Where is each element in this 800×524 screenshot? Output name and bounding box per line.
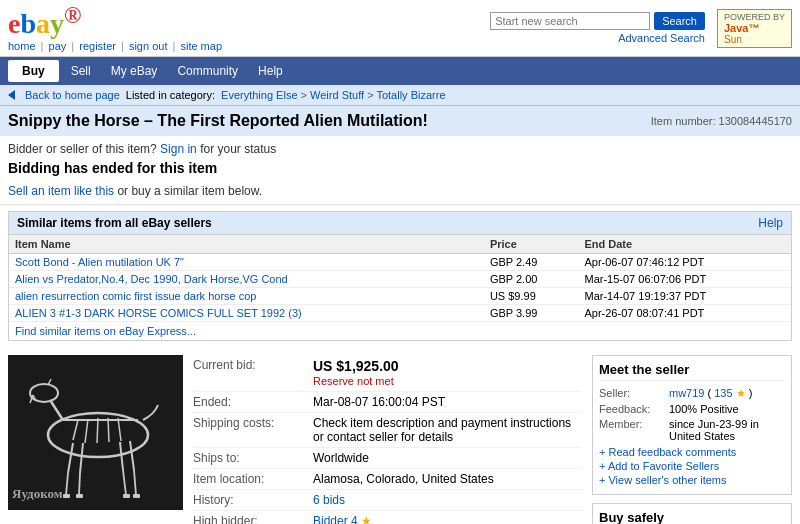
seller-feedback-links: Read feedback comments Add to Favorite S… — [599, 446, 785, 486]
nav-buy-button[interactable]: Buy — [8, 60, 59, 82]
similar-item-end-date: Apr-26-07 08:07:41 PDT — [578, 305, 791, 322]
similar-table-body: Scott Bond - Alien mutilation UK 7" GBP … — [9, 254, 791, 322]
location-row: Item location: Alamosa, Colorado, United… — [193, 469, 582, 490]
reserve-not-met-link[interactable]: Reserve not met — [313, 375, 394, 387]
high-bidder-label: High bidder: — [193, 514, 313, 524]
seller-feedback-row: Feedback: 100% Positive — [599, 403, 785, 415]
header: ebay® home | pay | register | sign out |… — [0, 0, 800, 57]
nav-site-map[interactable]: site map — [180, 40, 222, 52]
advanced-search-link[interactable]: Advanced Search — [618, 32, 705, 44]
nav-myebay-link[interactable]: My eBay — [101, 60, 168, 82]
current-bid-label: Current bid: — [193, 358, 313, 388]
sign-in-link[interactable]: Sign in — [160, 142, 197, 156]
history-label: History: — [193, 493, 313, 507]
search-area: Search Advanced Search POWERED BY Java™ … — [490, 9, 792, 48]
svg-line-16 — [79, 473, 80, 495]
similar-item-link[interactable]: alien resurrection comic first issue dar… — [15, 290, 256, 302]
powered-by-label: POWERED BY — [724, 12, 785, 22]
similar-item-name: alien resurrection comic first issue dar… — [9, 288, 484, 305]
category-everything-else[interactable]: Everything Else — [221, 89, 297, 101]
similar-item-price: GBP 2.49 — [484, 254, 579, 271]
item-title: Snippy the Horse – The First Reported Al… — [8, 112, 428, 130]
nav-sep3: | — [121, 40, 127, 52]
seller-profile-link[interactable]: mw719 — [669, 387, 704, 399]
category-totally-bizarre[interactable]: Totally Bizarre — [376, 89, 445, 101]
similar-items-section: Similar items from all eBay sellers Help… — [8, 211, 792, 341]
logo-registered: ® — [64, 2, 81, 28]
read-feedback-link[interactable]: Read feedback comments — [599, 446, 785, 458]
nav-sep2: | — [71, 40, 77, 52]
back-arrow-icon — [8, 90, 15, 100]
similar-item-name: ALIEN 3 #1-3 DARK HORSE COMICS FULL SET … — [9, 305, 484, 322]
meet-seller-section: Meet the seller Seller: mw719 ( 135 ★ ) … — [592, 355, 792, 495]
breadcrumb-bar: Back to home page Listed in category: Ev… — [0, 85, 800, 105]
similar-item-price: GBP 3.99 — [484, 305, 579, 322]
shipping-value: Check item description and payment instr… — [313, 416, 582, 444]
similar-item-link[interactable]: ALIEN 3 #1-3 DARK HORSE COMICS FULL SET … — [15, 307, 302, 319]
location-label: Item location: — [193, 472, 313, 486]
buy-safely-section: Buy safely 1. Check the seller's reputat… — [592, 503, 792, 524]
category-path: Everything Else > Weird Stuff > Totally … — [221, 89, 445, 101]
similar-table-row: Scott Bond - Alien mutilation UK 7" GBP … — [9, 254, 791, 271]
history-bids-link[interactable]: 6 bids — [313, 493, 345, 507]
nav-register[interactable]: register — [79, 40, 116, 52]
svg-line-10 — [97, 418, 98, 443]
seller-member-value: since Jun-23-99 in United States — [669, 418, 785, 442]
seller-feedback-label: Feedback: — [599, 403, 669, 415]
similar-item-link[interactable]: Scott Bond - Alien mutilation UK 7" — [15, 256, 184, 268]
similar-item-price: GBP 2.00 — [484, 271, 579, 288]
similar-table-row: ALIEN 3 #1-3 DARK HORSE COMICS FULL SET … — [9, 305, 791, 322]
nav-help-link[interactable]: Help — [248, 60, 293, 82]
find-similar-link[interactable]: Find similar items on eBay Express... — [9, 322, 791, 340]
sign-in-text: Bidder or seller of this item? — [8, 142, 157, 156]
title-bar: Snippy the Horse – The First Reported Al… — [0, 105, 800, 136]
view-other-items-link[interactable]: View seller's other items — [599, 474, 785, 486]
svg-rect-24 — [133, 494, 140, 498]
bid-amount: US $1,925.00 — [313, 358, 399, 374]
similar-items-table: Item Name Price End Date Scott Bond - Al… — [9, 235, 791, 322]
nav-community-link[interactable]: Community — [167, 60, 248, 82]
current-bid-value: US $1,925.00 Reserve not met — [313, 358, 582, 388]
seller-star-icon: ★ — [736, 387, 746, 399]
seller-name-label: Seller: — [599, 387, 669, 400]
similar-header-label: Similar items from all eBay sellers — [17, 216, 212, 230]
sun-label: Sun — [724, 34, 785, 45]
high-bidder-row: High bidder: Bidder 4 ★ — [193, 511, 582, 524]
high-bidder-value: Bidder 4 ★ — [313, 514, 582, 524]
item-number: Item number: 130084445170 — [651, 115, 792, 127]
back-to-home-link[interactable]: Back to home page — [25, 89, 120, 101]
java-label: Java™ — [724, 22, 785, 34]
similar-help-link[interactable]: Help — [758, 216, 783, 230]
listed-in-label: Listed in category: — [126, 89, 215, 101]
nav-home[interactable]: home — [8, 40, 36, 52]
col-end-date: End Date — [578, 235, 791, 254]
sell-item-link[interactable]: Sell an item like this — [8, 184, 114, 198]
ended-row: Ended: Mar-08-07 16:00:04 PST — [193, 392, 582, 413]
nav-sign-out[interactable]: sign out — [129, 40, 168, 52]
similar-item-name: Scott Bond - Alien mutilation UK 7" — [9, 254, 484, 271]
or-buy-text: or buy a similar item below. — [117, 184, 262, 198]
category-weird-stuff[interactable]: Weird Stuff — [310, 89, 364, 101]
add-favorite-link[interactable]: Add to Favorite Sellers — [599, 460, 785, 472]
item-image-box: Яудоком — [8, 355, 183, 510]
nav-sep1: | — [41, 40, 47, 52]
similar-table-row: alien resurrection comic first issue dar… — [9, 288, 791, 305]
similar-item-end-date: Apr-06-07 07:46:12 PDT — [578, 254, 791, 271]
ended-value: Mar-08-07 16:00:04 PST — [313, 395, 582, 409]
history-value: 6 bids — [313, 493, 582, 507]
similar-item-link[interactable]: Alien vs Predator,No.4, Dec 1990, Dark H… — [15, 273, 288, 285]
right-panel: Meet the seller Seller: mw719 ( 135 ★ ) … — [592, 355, 792, 524]
ships-to-value: Worldwide — [313, 451, 582, 465]
similar-item-name: Alien vs Predator,No.4, Dec 1990, Dark H… — [9, 271, 484, 288]
seller-feedback-count-link[interactable]: 135 — [714, 387, 732, 399]
logo-e: e — [8, 8, 20, 39]
nav-pay[interactable]: pay — [49, 40, 67, 52]
high-bidder-link[interactable]: Bidder 4 — [313, 514, 358, 524]
search-input[interactable] — [490, 12, 650, 30]
history-row: History: 6 bids — [193, 490, 582, 511]
seller-name-value: mw719 ( 135 ★ ) — [669, 387, 752, 400]
nav-sell-link[interactable]: Sell — [61, 60, 101, 82]
similar-table-row: Alien vs Predator,No.4, Dec 1990, Dark H… — [9, 271, 791, 288]
search-button[interactable]: Search — [654, 12, 705, 30]
item-image-section: Яудоком — [8, 355, 183, 524]
